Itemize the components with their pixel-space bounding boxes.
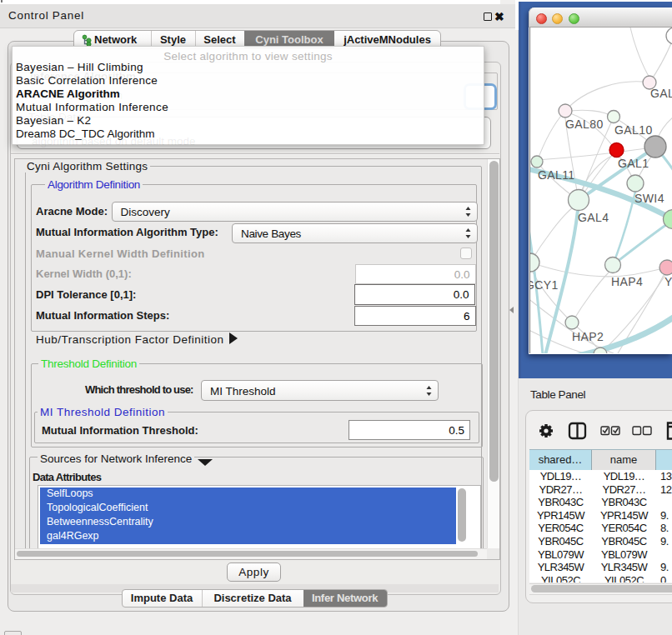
svg-text:GAL10: GAL10 (614, 123, 653, 137)
svg-text:Y: Y (664, 275, 672, 288)
svg-text:HAP2: HAP2 (572, 330, 604, 343)
svg-text:GAL1: GAL1 (618, 157, 649, 170)
svg-text:GAL80: GAL80 (565, 118, 604, 131)
svg-text:HAP4: HAP4 (611, 275, 643, 288)
svg-text:GAL: GAL (650, 87, 672, 100)
svg-text:SWI4: SWI4 (634, 192, 664, 205)
svg-text:GAL11: GAL11 (538, 168, 575, 182)
svg-text:GCY1: GCY1 (530, 278, 559, 292)
svg-text:GAL4: GAL4 (578, 211, 609, 224)
